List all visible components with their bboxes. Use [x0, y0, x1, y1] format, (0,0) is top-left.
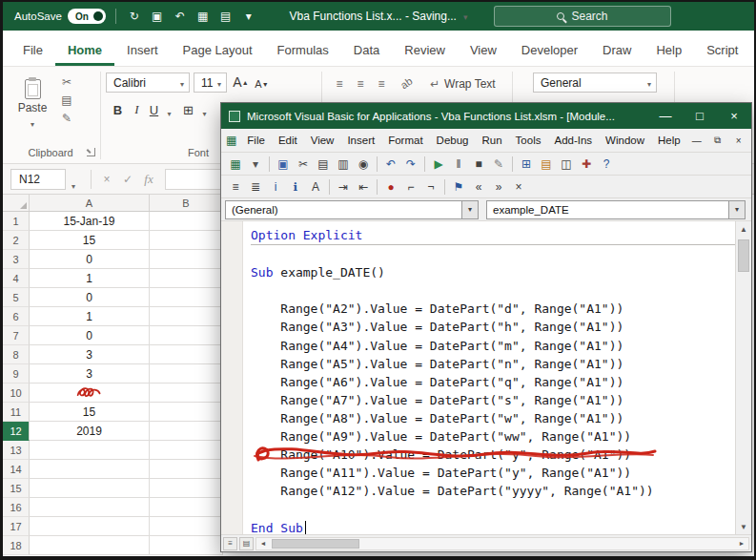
cell-A14[interactable] — [30, 460, 150, 479]
cell-A15[interactable] — [30, 479, 150, 498]
clear-bookmarks-icon[interactable]: × — [509, 177, 528, 196]
row-header-8[interactable]: 8 — [3, 345, 30, 364]
row-header-1[interactable]: 1 — [3, 212, 30, 231]
copy-button[interactable]: ▤ — [58, 93, 75, 108]
scroll-left-arrow-icon[interactable] — [256, 538, 270, 550]
column-header-A[interactable]: A — [30, 195, 150, 211]
horizontal-scrollbar-thumb[interactable] — [272, 539, 359, 549]
italic-button[interactable]: I — [129, 101, 145, 118]
code-line[interactable]: End Sub — [251, 519, 751, 535]
code-line[interactable]: Range("A4").Value = DatePart("m", Range(… — [251, 337, 751, 355]
cell-B18[interactable] — [150, 536, 223, 555]
tab-file[interactable]: File — [10, 33, 55, 66]
align-top-button[interactable]: ≡ — [331, 76, 348, 92]
vba-maximize-button[interactable]: □ — [683, 103, 717, 129]
cell-A12[interactable]: 2019 — [30, 422, 150, 441]
tab-draw[interactable]: Draw — [590, 33, 644, 66]
clipboard-dialog-launcher[interactable] — [87, 148, 95, 156]
cell-A16[interactable] — [30, 498, 150, 517]
scroll-down-arrow-icon[interactable] — [736, 519, 751, 534]
row-header-7[interactable]: 7 — [3, 326, 30, 345]
cell-B2[interactable] — [150, 231, 223, 250]
code-line[interactable]: Range("A11").Value = DatePart("y", Range… — [251, 464, 751, 482]
toolbox-icon[interactable]: ✚ — [577, 155, 596, 173]
cell-B3[interactable] — [150, 250, 223, 269]
cell-A7[interactable]: 0 — [30, 326, 150, 345]
code-line[interactable] — [251, 244, 751, 263]
cell-B10[interactable] — [150, 384, 223, 403]
cell-A9[interactable]: 3 — [30, 364, 150, 384]
comment-block-icon[interactable]: ⌐ — [401, 177, 420, 196]
cut-icon[interactable]: ✂ — [294, 155, 313, 173]
cell-A11[interactable]: 15 — [30, 403, 150, 422]
scroll-up-arrow-icon[interactable] — [736, 221, 751, 237]
cell-A5[interactable]: 0 — [30, 288, 150, 307]
row-header-15[interactable]: 15 — [3, 479, 30, 498]
vertical-scrollbar[interactable] — [735, 221, 751, 534]
list-properties-icon[interactable]: ≡ — [226, 177, 245, 196]
cell-A4[interactable]: 1 — [30, 269, 150, 288]
enter-button[interactable]: ✓ — [119, 172, 136, 187]
tab-developer[interactable]: Developer — [509, 33, 590, 66]
parameter-info-icon[interactable]: ℹ — [286, 177, 305, 196]
run-icon[interactable]: ▶ — [429, 155, 448, 173]
customize-toolbar-icon[interactable]: ▾ — [240, 8, 257, 25]
code-line[interactable] — [251, 500, 751, 518]
reset-icon[interactable]: ■ — [469, 155, 488, 173]
row-header-5[interactable]: 5 — [3, 288, 30, 307]
list-constants-icon[interactable]: ≣ — [246, 177, 265, 196]
child-close-button[interactable]: × — [729, 132, 748, 149]
title-caret-icon[interactable] — [463, 10, 468, 23]
row-header-12[interactable]: 12 — [3, 422, 30, 441]
code-line[interactable]: Range("A3").Value = DatePart("h", Range(… — [251, 318, 751, 336]
tab-home[interactable]: Home — [55, 33, 114, 66]
cell-B7[interactable] — [150, 326, 223, 345]
menu-addins[interactable]: Add-Ins — [547, 131, 599, 150]
design-mode-icon[interactable]: ✎ — [489, 155, 508, 173]
row-header-10[interactable]: 10 — [3, 384, 30, 403]
menu-insert[interactable]: Insert — [340, 131, 381, 150]
align-bottom-button[interactable]: ≡ — [373, 76, 390, 92]
menu-run[interactable]: Run — [476, 131, 509, 150]
menu-window[interactable]: Window — [599, 131, 651, 150]
quick-info-icon[interactable]: i — [266, 177, 285, 196]
cell-B4[interactable] — [150, 269, 223, 288]
column-header-B[interactable]: B — [150, 195, 223, 211]
next-bookmark-icon[interactable]: » — [489, 177, 508, 196]
copy-icon[interactable]: ▤ — [314, 155, 333, 173]
child-restore-button[interactable]: ⧉ — [708, 132, 727, 149]
tab-page-layout[interactable]: Page Layout — [171, 33, 265, 66]
code-line[interactable]: Range("A2").Value = DatePart("d", Range(… — [251, 300, 751, 318]
row-header-11[interactable]: 11 — [3, 403, 30, 422]
project-explorer-icon[interactable]: ⊞ — [517, 155, 536, 173]
insert-function-button[interactable]: fx — [140, 172, 157, 187]
procedure-dropdown[interactable]: example_DATE — [486, 200, 746, 219]
code-line[interactable]: Sub example_DATE() — [251, 263, 751, 281]
child-minimize-button[interactable]: — — [687, 132, 706, 149]
code-line[interactable] — [251, 281, 751, 300]
row-header-9[interactable]: 9 — [3, 364, 30, 384]
orientation-button[interactable]: ab — [398, 75, 415, 91]
cell-A3[interactable]: 0 — [30, 250, 150, 269]
row-header-6[interactable]: 6 — [3, 307, 30, 326]
full-module-view-button[interactable]: ▤ — [239, 537, 254, 550]
code-line[interactable]: Range("A8").Value = DatePart("w", Range(… — [251, 409, 751, 427]
cell-A8[interactable]: 3 — [30, 345, 150, 364]
undo-icon[interactable]: ↶ — [172, 8, 189, 25]
find-icon[interactable]: ◉ — [354, 155, 373, 173]
help-icon[interactable]: ? — [597, 155, 616, 173]
vba-minimize-button[interactable]: — — [648, 103, 683, 129]
cell-B12[interactable] — [150, 422, 223, 441]
cell-A6[interactable]: 1 — [30, 307, 150, 326]
tab-formulas[interactable]: Formulas — [265, 33, 341, 66]
view-host-caret-icon[interactable]: ▾ — [246, 155, 265, 173]
cell-B8[interactable] — [150, 345, 223, 364]
tab-script[interactable]: Script — [694, 33, 750, 66]
select-all-corner[interactable] — [3, 195, 30, 211]
horizontal-scrollbar[interactable] — [255, 537, 749, 550]
previous-bookmark-icon[interactable]: « — [469, 177, 488, 196]
cell-B13[interactable] — [150, 441, 223, 460]
cell-B9[interactable] — [150, 364, 223, 384]
view-host-app-icon[interactable]: ▦ — [226, 155, 245, 173]
row-header-18[interactable]: 18 — [3, 536, 30, 555]
